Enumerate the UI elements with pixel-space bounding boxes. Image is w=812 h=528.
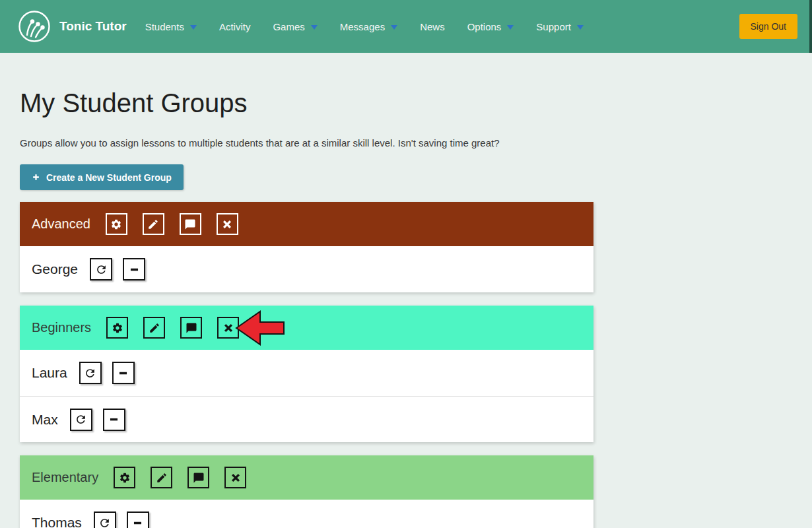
student-remove-button[interactable]: [112, 362, 135, 384]
group-edit-button[interactable]: [151, 467, 172, 488]
nav-support[interactable]: Support: [536, 21, 584, 32]
group-message-button[interactable]: [180, 213, 201, 235]
nav-activity[interactable]: Activity: [219, 21, 251, 32]
nav-options[interactable]: Options: [467, 21, 514, 32]
scrollbar-thumb[interactable]: [809, 0, 812, 53]
group-message-button[interactable]: [180, 317, 202, 339]
student-row: George: [20, 246, 593, 292]
student-refresh-button[interactable]: [90, 258, 112, 280]
student-name: Thomas: [32, 515, 82, 528]
student-row: Thomas: [20, 500, 593, 528]
nav-students[interactable]: Students: [145, 21, 197, 32]
student-remove-button[interactable]: [127, 512, 149, 528]
group-edit-button[interactable]: [143, 213, 164, 235]
tonic-tutor-logo-icon[interactable]: [18, 10, 51, 43]
minus-icon: [108, 413, 120, 426]
group-panel-beginners: Beginners Laura: [20, 306, 593, 442]
x-icon: [221, 218, 233, 230]
pencil-icon: [147, 218, 159, 230]
group-settings-button[interactable]: [114, 467, 135, 488]
chevron-down-icon: [577, 25, 584, 30]
refresh-icon: [98, 517, 111, 528]
minus-icon: [117, 367, 129, 380]
main-content: My Student Groups Groups allow you to as…: [0, 88, 812, 528]
page-description: Groups allow you to assign lessons to mu…: [20, 137, 792, 148]
gear-icon: [110, 218, 122, 230]
refresh-icon: [95, 263, 108, 276]
student-refresh-button[interactable]: [94, 512, 116, 528]
comment-icon: [186, 322, 197, 334]
navbar: Tonic Tutor Students Activity Games Mess…: [0, 0, 812, 53]
chevron-down-icon: [190, 25, 197, 30]
group-settings-button[interactable]: [106, 213, 127, 235]
group-edit-button[interactable]: [143, 317, 165, 339]
chevron-down-icon: [507, 25, 514, 30]
gear-icon: [112, 322, 123, 334]
student-refresh-button[interactable]: [70, 409, 92, 431]
group-panel-advanced: Advanced George: [20, 202, 593, 292]
minus-icon: [128, 263, 141, 276]
chevron-down-icon: [391, 25, 397, 30]
main-nav: Students Activity Games Messages News Op…: [145, 21, 584, 32]
refresh-icon: [84, 367, 96, 380]
student-row: Max: [20, 396, 593, 442]
group-header: Advanced: [20, 202, 593, 246]
pencil-icon: [156, 472, 168, 484]
create-group-button[interactable]: Create a New Student Group: [20, 164, 184, 190]
chevron-down-icon: [311, 25, 318, 30]
sign-out-button[interactable]: Sign Out: [739, 14, 797, 39]
group-delete-button[interactable]: [217, 317, 239, 339]
gear-icon: [119, 472, 131, 484]
student-refresh-button[interactable]: [79, 362, 102, 384]
pencil-icon: [149, 322, 160, 334]
plus-icon: [32, 173, 40, 182]
group-header: Elementary: [20, 455, 593, 500]
comment-icon: [184, 218, 196, 230]
page-title: My Student Groups: [20, 88, 792, 118]
student-remove-button[interactable]: [123, 258, 145, 280]
refresh-icon: [75, 413, 87, 426]
brand-name[interactable]: Tonic Tutor: [59, 19, 127, 34]
group-delete-button[interactable]: [217, 213, 238, 235]
minus-icon: [131, 517, 144, 528]
group-header: Beginners: [20, 306, 593, 350]
nav-news[interactable]: News: [420, 21, 445, 32]
comment-icon: [193, 472, 205, 484]
student-name: George: [32, 261, 78, 277]
student-remove-button[interactable]: [103, 409, 125, 431]
group-name: Beginners: [32, 320, 91, 335]
red-arrow-annotation: [235, 310, 285, 346]
group-settings-button[interactable]: [106, 317, 128, 339]
x-icon: [222, 322, 234, 334]
nav-messages[interactable]: Messages: [340, 21, 397, 32]
nav-games[interactable]: Games: [273, 21, 317, 32]
student-name: Laura: [32, 365, 67, 381]
group-list: Advanced George: [20, 202, 792, 528]
student-row: Laura: [20, 350, 593, 396]
group-name: Elementary: [32, 470, 98, 485]
x-icon: [230, 472, 242, 484]
student-name: Max: [32, 412, 58, 428]
group-name: Advanced: [32, 216, 90, 232]
group-panel-elementary: Elementary Thomas: [20, 455, 593, 528]
group-message-button[interactable]: [187, 467, 209, 488]
group-delete-button[interactable]: [224, 467, 246, 488]
